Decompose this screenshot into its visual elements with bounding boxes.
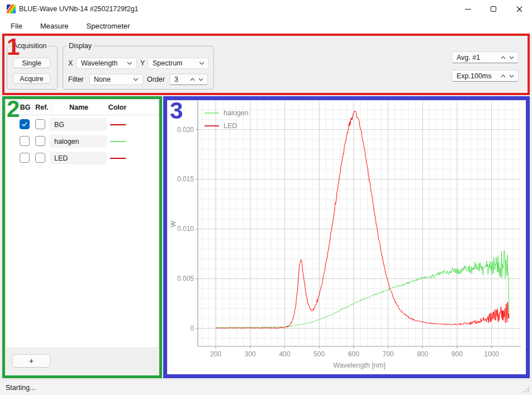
chevron-up-icon[interactable] (190, 78, 195, 81)
filter-label: Filter (68, 76, 84, 83)
filter-select[interactable]: None (89, 74, 143, 85)
ref-checkbox[interactable] (35, 119, 45, 129)
y-axis-label: Y (140, 59, 145, 67)
ref-checkbox[interactable] (35, 153, 45, 163)
close-button[interactable] (506, 0, 532, 18)
order-label: Order (147, 76, 165, 83)
svg-text:Wavelength [nm]: Wavelength [nm] (333, 361, 385, 369)
column-header-ref[interactable]: Ref. (35, 104, 49, 111)
x-axis-value: Wavelength (77, 59, 127, 67)
exposure-value: Exp.100ms (452, 72, 501, 80)
chevron-up-icon[interactable] (501, 56, 506, 59)
bg-checkbox[interactable] (20, 136, 30, 146)
chevron-down-icon[interactable] (509, 74, 514, 78)
chevron-down-icon[interactable] (198, 78, 203, 81)
spectrum-color-swatch[interactable] (110, 124, 126, 125)
order-spinner[interactable]: 3 (169, 74, 208, 85)
resize-grip[interactable] (523, 386, 530, 393)
acquisition-group-label: Acquisition (11, 42, 49, 50)
y-axis-select[interactable]: Spectrum (148, 58, 209, 69)
table-row: BG (6, 116, 158, 133)
spectrum-name-cell[interactable]: BG (50, 118, 107, 131)
menu-file[interactable]: File (10, 21, 23, 31)
main-content: Acquisition Single Acquire Display X Wav… (0, 34, 532, 379)
svg-text:0.005: 0.005 (177, 275, 194, 283)
spectra-table: BG Ref. Name Color BGhalogenLED (6, 100, 159, 348)
window-title: BLUE-Wave UVNb-14 #25021729f2g1 (19, 0, 139, 18)
averaging-value: Avg. #1 (452, 54, 501, 62)
svg-text:0.015: 0.015 (177, 175, 194, 183)
svg-text:0.010: 0.010 (177, 225, 194, 233)
svg-text:800: 800 (417, 350, 428, 358)
menu-bar: File Measure Spectrometer (0, 18, 532, 34)
chevron-up-icon[interactable] (501, 74, 506, 78)
svg-text:0.020: 0.020 (177, 126, 194, 134)
check-icon (21, 121, 28, 128)
single-button[interactable]: Single (13, 58, 50, 68)
svg-text:600: 600 (348, 350, 359, 358)
x-axis-select[interactable]: Wavelength (76, 58, 137, 69)
minimize-button[interactable] (455, 0, 481, 18)
svg-text:300: 300 (245, 350, 256, 358)
spectrum-chart[interactable]: 200300400500600700800900100000.0050.0100… (168, 101, 526, 374)
svg-text:0: 0 (190, 325, 194, 332)
column-separator (32, 102, 33, 113)
bg-checkbox[interactable] (20, 153, 30, 163)
x-axis-label: X (68, 59, 73, 67)
bg-checkbox[interactable] (20, 119, 30, 129)
svg-text:900: 900 (452, 350, 463, 358)
svg-text:W: W (169, 220, 177, 227)
menu-measure[interactable]: Measure (40, 21, 69, 31)
maximize-icon (491, 6, 496, 12)
filter-value: None (89, 76, 133, 83)
column-header-color[interactable]: Color (108, 104, 127, 111)
svg-text:500: 500 (314, 350, 325, 358)
order-value: 3 (170, 76, 190, 83)
column-header-name[interactable]: Name (69, 104, 88, 111)
chevron-down-icon (199, 62, 208, 65)
acquire-button[interactable]: Acquire (13, 73, 50, 84)
svg-text:1000: 1000 (484, 350, 499, 358)
table-row: halogen (6, 133, 158, 150)
spectrum-name-cell[interactable]: halogen (50, 135, 107, 148)
application-window: BLUE-Wave UVNb-14 #25021729f2g1 File Mea… (0, 0, 532, 395)
spectra-rows: BGhalogenLED (6, 115, 158, 167)
averaging-spinner[interactable]: Avg. #1 (452, 51, 519, 63)
minimize-icon (465, 9, 471, 10)
column-separator (51, 102, 51, 113)
column-header-bg[interactable]: BG (20, 104, 31, 111)
y-axis-value: Spectrum (148, 59, 199, 67)
svg-text:700: 700 (382, 350, 393, 358)
title-bar[interactable]: BLUE-Wave UVNb-14 #25021729f2g1 (0, 0, 532, 18)
svg-text:400: 400 (279, 350, 290, 358)
ref-checkbox[interactable] (35, 136, 45, 146)
spectrum-color-swatch[interactable] (110, 141, 126, 142)
table-row: LED (6, 150, 158, 167)
column-separator (108, 102, 108, 113)
maximize-button[interactable] (481, 0, 506, 18)
svg-text:LED: LED (224, 122, 237, 130)
chevron-down-icon[interactable] (509, 56, 514, 59)
svg-text:200: 200 (210, 350, 221, 358)
display-group-label: Display (66, 42, 94, 50)
status-text: Starting... (6, 384, 36, 392)
spectrum-color-swatch[interactable] (110, 158, 126, 159)
exposure-spinner[interactable]: Exp.100ms (452, 70, 519, 82)
status-bar: Starting... (0, 379, 532, 395)
spectrum-name-cell[interactable]: LED (50, 152, 107, 164)
add-spectrum-button[interactable]: + (12, 354, 50, 368)
chevron-down-icon (133, 78, 142, 81)
menu-spectrometer[interactable]: Spectrometer (86, 21, 131, 31)
close-icon (516, 6, 522, 12)
chevron-down-icon (127, 62, 136, 65)
svg-text:halogen: halogen (224, 109, 249, 117)
spectra-table-header: BG Ref. Name Color (6, 100, 158, 115)
chart-panel: 200300400500600700800900100000.0050.0100… (168, 101, 526, 374)
app-icon (7, 4, 16, 13)
